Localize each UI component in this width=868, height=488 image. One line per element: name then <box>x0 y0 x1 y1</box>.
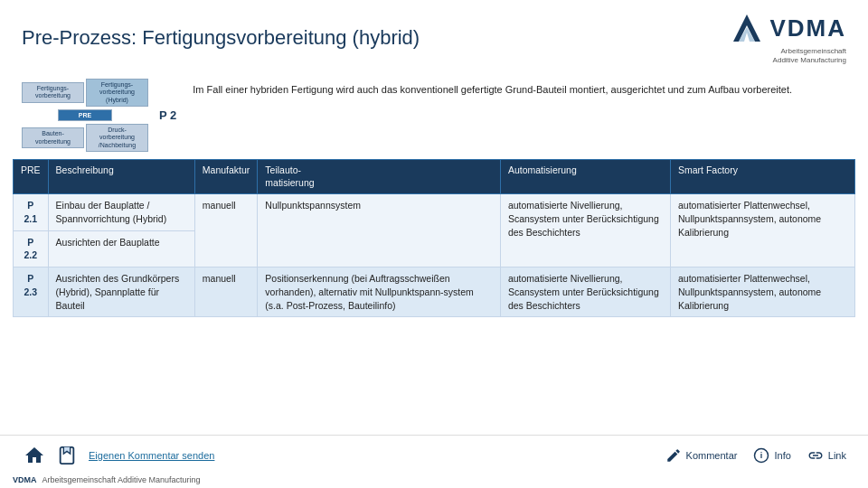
brand-vdma: VDMA <box>13 475 37 484</box>
table-row: P 2.3 Ausrichten des Grundkörpers (Hybri… <box>14 267 855 317</box>
p2-label: P 2 <box>159 108 176 122</box>
row-id-p21: P 2.1 <box>14 194 49 230</box>
row-teilauto-p21: Nullpunktspannsystem <box>258 194 501 267</box>
col-header-manufaktur: Manufaktur <box>194 160 258 194</box>
page-title: Pre-Prozess: Fertigungsvorbereitung (hyb… <box>22 26 420 50</box>
row-teilauto-p23: Positionserkennung (bei Auftragsschweiße… <box>258 267 501 317</box>
send-comment-link[interactable]: Eigenen Kommentar senden <box>89 450 214 461</box>
col-header-teilauto: Teilauto- matisierung <box>258 160 501 194</box>
row-id-p22: P 2.2 <box>14 230 49 267</box>
link-label: Link <box>828 450 846 461</box>
col-header-beschreibung: Beschreibung <box>48 160 194 194</box>
row-manufaktur-p21: manuell <box>194 194 258 267</box>
col-header-automatisierung: Automatisierung <box>500 160 670 194</box>
bottom-brand: VDMA Arbeitsgemeinschaft Additive Manufa… <box>0 474 868 488</box>
kommentar-label: Kommentar <box>686 450 738 461</box>
table-row: P 2.1 Einbau der Bauplatte / Spannvorric… <box>14 194 855 230</box>
row-desc-p22: Ausrichten der Bauplatte <box>48 230 194 267</box>
process-diagram: Fertigungs-vorbereitung Fertigungs-vorbe… <box>22 79 148 152</box>
pencil-icon <box>665 447 682 464</box>
info-description: Im Fall einer hybriden Fertigung wird au… <box>193 79 846 98</box>
row-smart-p23: automatisierter Plattenwechsel, Nullpunk… <box>671 267 855 317</box>
info-icon: i <box>753 447 769 464</box>
kommentar-action[interactable]: Kommentar <box>665 447 738 464</box>
col-header-smart-factory: Smart Factory <box>671 160 855 194</box>
info-row: Fertigungs-vorbereitung Fertigungs-vorbe… <box>0 71 868 159</box>
vdma-logo-icon <box>730 11 764 45</box>
row-auto-p21: automatisierte Nivellierung, Scansystem … <box>500 194 670 267</box>
info-action[interactable]: i Info <box>753 447 790 464</box>
link-icon <box>807 447 824 464</box>
row-smart-p21: automatisierter Plattenwechsel, Nullpunk… <box>671 194 855 267</box>
link-action[interactable]: Link <box>807 447 846 464</box>
vdma-subtitle: Arbeitsgemeinschaft Additive Manufacturi… <box>773 47 846 66</box>
footer-left: Eigenen Kommentar senden <box>22 443 214 468</box>
vdma-brand-text: VDMA <box>769 14 846 42</box>
svg-text:i: i <box>760 451 763 460</box>
row-auto-p23: automatisierte Nivellierung, Scansystem … <box>500 267 670 317</box>
footer: Eigenen Kommentar senden Kommentar i Inf… <box>0 435 868 474</box>
info-label: Info <box>774 450 790 461</box>
footer-icons <box>22 443 80 468</box>
col-header-pre: PRE <box>14 160 49 194</box>
row-id-p23: P 2.3 <box>14 267 49 317</box>
bookmark-icon[interactable] <box>54 443 80 468</box>
logo-area: VDMA Arbeitsgemeinschaft Additive Manufa… <box>730 11 846 66</box>
row-desc-p23: Ausrichten des Grundkörpers (Hybrid), Sp… <box>48 267 194 317</box>
brand-subtitle: Arbeitsgemeinschaft Additive Manufacturi… <box>42 475 201 484</box>
home-icon[interactable] <box>22 443 47 468</box>
footer-right: Kommentar i Info Link <box>665 447 846 464</box>
row-manufaktur-p23: manuell <box>194 267 258 317</box>
row-desc-p21: Einbau der Bauplatte / Spannvorrichtung … <box>48 194 194 230</box>
main-table: PRE Beschreibung Manufaktur Teilauto- ma… <box>13 159 855 317</box>
